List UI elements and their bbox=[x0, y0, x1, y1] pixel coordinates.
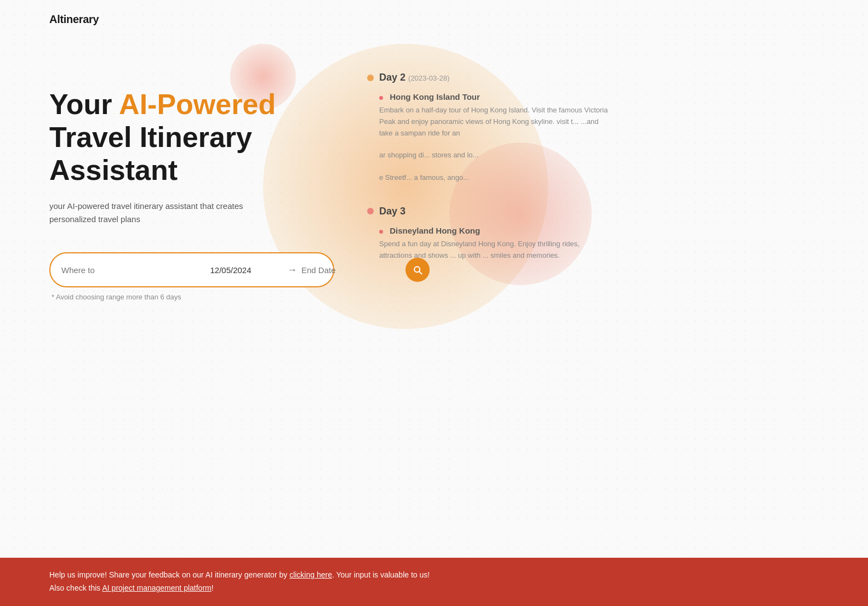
headline-part1: Your bbox=[49, 88, 119, 120]
activity-shopping: ar shopping di... stores and lo... bbox=[379, 150, 819, 161]
day-3-dot bbox=[367, 208, 374, 214]
headline: Your AI-Powered Travel Itinerary Assista… bbox=[49, 88, 334, 186]
day-2-dot bbox=[367, 75, 374, 81]
activity-shopping-desc: ar shopping di... stores and lo... bbox=[379, 150, 609, 161]
footer: Help us improve! Share your feedback on … bbox=[0, 558, 868, 606]
activity-street-desc: e Streetf... a famous, ango... bbox=[379, 172, 609, 184]
activity-hk-island: Hong Kong Island Tour Embark on a half-d… bbox=[379, 92, 819, 139]
activity-dot bbox=[379, 96, 383, 100]
footer-text-3: Also check this bbox=[49, 584, 102, 592]
headline-part2: Travel Itinerary Assistant bbox=[49, 121, 252, 186]
day-2-title: Day 2 (2023-03-28) bbox=[379, 72, 449, 83]
subtitle: your AI-powered travel itinerary assista… bbox=[49, 200, 269, 226]
activity-hk-island-desc: Embark on a half-day tour of Hong Kong I… bbox=[379, 105, 609, 139]
day-2-header: Day 2 (2023-03-28) bbox=[367, 72, 819, 83]
left-panel: Your AI-Powered Travel Itinerary Assista… bbox=[49, 72, 334, 301]
activity-street: e Streetf... a famous, ango... bbox=[379, 172, 819, 184]
activity-disneyland-title: Disneyland Hong Kong bbox=[379, 226, 819, 235]
day-2-section: Day 2 (2023-03-28) Hong Kong Island Tour… bbox=[367, 72, 819, 184]
header: Altinerary bbox=[0, 0, 868, 39]
footer-text-2: . Your input is valuable to us! bbox=[332, 570, 430, 579]
footer-text-4: ! bbox=[212, 584, 214, 592]
search-hint: * Avoid choosing range more than 6 days bbox=[49, 293, 334, 301]
search-input[interactable] bbox=[61, 265, 165, 275]
main-content: Your AI-Powered Travel Itinerary Assista… bbox=[0, 39, 868, 301]
search-bar: → bbox=[49, 252, 334, 287]
footer-text-1: Help us improve! Share your feedback on … bbox=[49, 570, 289, 579]
footer-link-platform[interactable]: AI project management platform bbox=[102, 584, 212, 592]
right-panel: Day 2 (2023-03-28) Hong Kong Island Tour… bbox=[367, 72, 819, 301]
activity-disneyland: Disneyland Hong Kong Spend a fun day at … bbox=[379, 226, 819, 262]
activity-hk-island-title: Hong Kong Island Tour bbox=[379, 92, 819, 101]
activity-dot-2 bbox=[379, 230, 383, 234]
arrow-icon: → bbox=[287, 264, 297, 276]
day-3-title: Day 3 bbox=[379, 206, 406, 217]
footer-text: Help us improve! Share your feedback on … bbox=[49, 569, 819, 595]
activity-disneyland-desc: Spend a fun day at Disneyland Hong Kong.… bbox=[379, 239, 609, 262]
day-3-section: Day 3 Disneyland Hong Kong Spend a fun d… bbox=[367, 206, 819, 262]
itinerary-preview: Day 2 (2023-03-28) Hong Kong Island Tour… bbox=[367, 72, 819, 262]
headline-ai: AI-Powered bbox=[119, 88, 276, 120]
footer-link-feedback[interactable]: clicking here bbox=[289, 570, 332, 579]
logo: Altinerary bbox=[49, 13, 99, 26]
day-2-date: (2023-03-28) bbox=[408, 74, 449, 82]
date-start-input[interactable] bbox=[179, 265, 283, 275]
day-3-header: Day 3 bbox=[367, 206, 819, 217]
